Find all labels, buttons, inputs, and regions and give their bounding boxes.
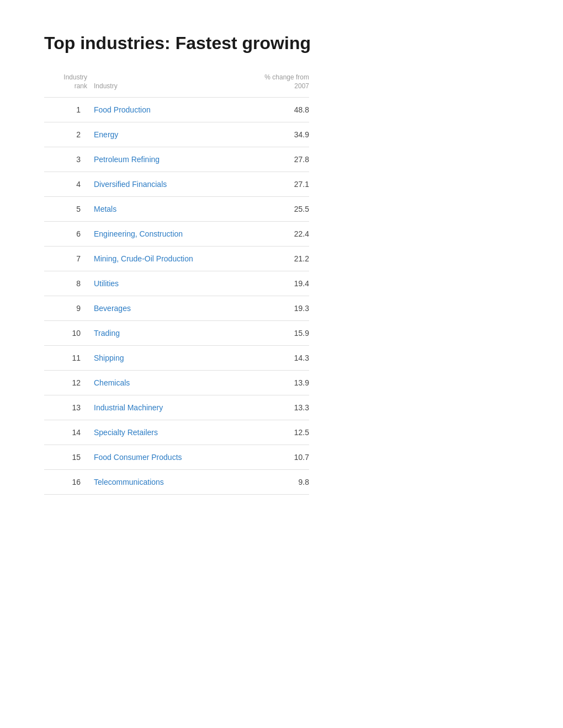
change-column-header: % change from 2007 — [254, 73, 309, 90]
change-cell: 15.9 — [254, 329, 309, 338]
table-row: 11 Shipping 14.3 — [44, 345, 309, 370]
rank-cell: 8 — [44, 279, 94, 288]
table-row: 13 Industrial Machinery 13.3 — [44, 395, 309, 420]
change-cell: 19.3 — [254, 304, 309, 313]
industry-cell[interactable]: Engineering, Construction — [94, 229, 254, 238]
table-body: 1 Food Production 48.8 2 Energy 34.9 3 P… — [44, 97, 309, 495]
industry-cell[interactable]: Shipping — [94, 354, 254, 362]
rank-cell: 5 — [44, 205, 94, 213]
rank-cell: 4 — [44, 180, 94, 189]
rank-cell: 16 — [44, 478, 94, 486]
change-cell: 19.4 — [254, 279, 309, 288]
table-row: 2 Energy 34.9 — [44, 122, 309, 147]
table-row: 16 Telecommunications 9.8 — [44, 469, 309, 495]
change-cell: 27.1 — [254, 180, 309, 189]
industry-cell[interactable]: Food Production — [94, 105, 254, 114]
industry-cell[interactable]: Energy — [94, 130, 254, 139]
change-cell: 34.9 — [254, 130, 309, 139]
change-cell: 13.9 — [254, 378, 309, 387]
change-cell: 48.8 — [254, 105, 309, 114]
change-cell: 22.4 — [254, 229, 309, 238]
rank-cell: 9 — [44, 304, 94, 313]
industry-cell[interactable]: Beverages — [94, 304, 254, 313]
industry-cell[interactable]: Petroleum Refining — [94, 155, 254, 164]
change-cell: 9.8 — [254, 478, 309, 486]
table-row: 14 Specialty Retailers 12.5 — [44, 420, 309, 445]
change-cell: 27.8 — [254, 155, 309, 164]
table-header: Industry rank Industry % change from 200… — [44, 73, 309, 93]
change-cell: 12.5 — [254, 428, 309, 437]
change-cell: 14.3 — [254, 354, 309, 362]
rank-cell: 11 — [44, 354, 94, 362]
change-cell: 13.3 — [254, 403, 309, 412]
industry-cell[interactable]: Industrial Machinery — [94, 403, 254, 412]
table-row: 10 Trading 15.9 — [44, 320, 309, 345]
industry-cell[interactable]: Chemicals — [94, 378, 254, 387]
table-row: 8 Utilities 19.4 — [44, 271, 309, 296]
rank-cell: 13 — [44, 403, 94, 412]
table-row: 6 Engineering, Construction 22.4 — [44, 221, 309, 246]
industry-cell[interactable]: Utilities — [94, 279, 254, 288]
table-row: 15 Food Consumer Products 10.7 — [44, 445, 309, 469]
industry-cell[interactable]: Trading — [94, 329, 254, 338]
table-row: 5 Metals 25.5 — [44, 196, 309, 221]
industry-table: Industry rank Industry % change from 200… — [44, 73, 309, 495]
rank-cell: 12 — [44, 378, 94, 387]
rank-cell: 15 — [44, 453, 94, 462]
table-row: 3 Petroleum Refining 27.8 — [44, 147, 309, 172]
rank-cell: 3 — [44, 155, 94, 164]
rank-column-header: Industry rank — [44, 73, 94, 90]
page-title: Top industries: Fastest growing — [44, 33, 519, 53]
table-row: 12 Chemicals 13.9 — [44, 370, 309, 395]
rank-cell: 2 — [44, 130, 94, 139]
table-row: 1 Food Production 48.8 — [44, 97, 309, 122]
industry-cell[interactable]: Specialty Retailers — [94, 428, 254, 437]
change-cell: 21.2 — [254, 254, 309, 263]
rank-cell: 14 — [44, 428, 94, 437]
industry-cell[interactable]: Mining, Crude-Oil Production — [94, 254, 254, 263]
table-row: 9 Beverages 19.3 — [44, 296, 309, 320]
industry-cell[interactable]: Telecommunications — [94, 478, 254, 486]
change-cell: 10.7 — [254, 453, 309, 462]
rank-cell: 10 — [44, 329, 94, 338]
rank-cell: 7 — [44, 254, 94, 263]
industry-cell[interactable]: Food Consumer Products — [94, 453, 254, 462]
table-row: 4 Diversified Financials 27.1 — [44, 172, 309, 196]
industry-cell[interactable]: Metals — [94, 205, 254, 213]
table-row: 7 Mining, Crude-Oil Production 21.2 — [44, 246, 309, 271]
industry-cell[interactable]: Diversified Financials — [94, 180, 254, 189]
rank-cell: 1 — [44, 105, 94, 114]
rank-cell: 6 — [44, 229, 94, 238]
change-cell: 25.5 — [254, 205, 309, 213]
industry-column-header: Industry — [94, 82, 254, 91]
